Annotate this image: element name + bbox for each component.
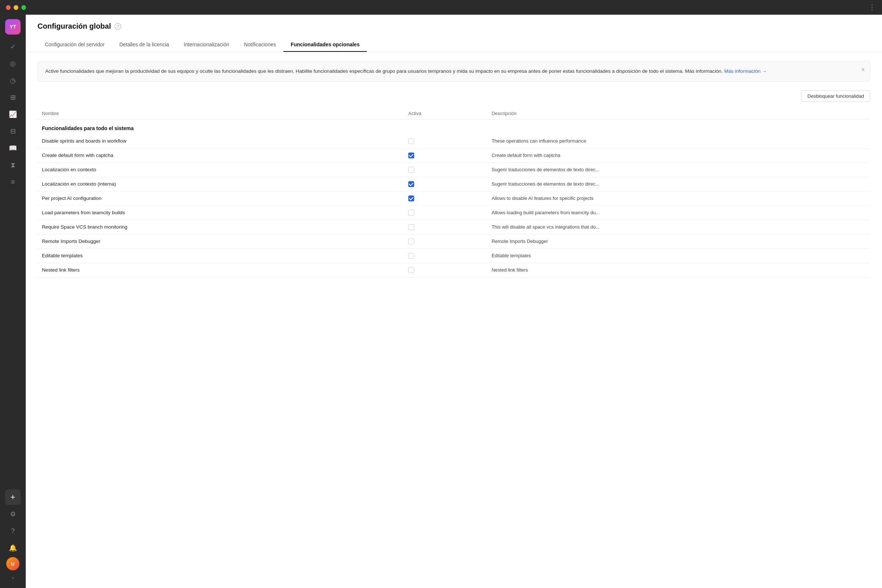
- feature-checkbox[interactable]: [408, 253, 414, 259]
- col-header-description: Descripción: [487, 108, 870, 119]
- sidebar-item-history[interactable]: ◷: [5, 73, 21, 88]
- content-area: Active funcionalidades que mejoran la pr…: [26, 52, 882, 588]
- page-title: Configuración global: [38, 22, 111, 30]
- feature-active-cell: [404, 234, 487, 248]
- feature-description: This will disable all space vcs integrat…: [492, 224, 600, 230]
- sidebar-item-hourglass[interactable]: ⧗: [5, 157, 21, 173]
- checkbox-wrapper: [408, 238, 483, 244]
- banner-link[interactable]: Más información →: [724, 68, 767, 74]
- feature-description: These operations can influence performan…: [492, 138, 586, 144]
- checkbox-wrapper: [408, 253, 483, 259]
- app-logo[interactable]: YT: [5, 19, 21, 34]
- feature-checkbox[interactable]: [408, 224, 414, 230]
- checkbox-wrapper: [408, 153, 483, 158]
- feature-desc-cell: Allows to disable AI features for specif…: [487, 191, 870, 206]
- features-table: Nombre Activa Descripción Funcionalidade…: [38, 108, 870, 278]
- feature-checkbox[interactable]: [408, 153, 414, 158]
- feature-active-cell: [404, 206, 487, 220]
- feature-desc-cell: These operations can influence performan…: [487, 134, 870, 148]
- help-icon[interactable]: ?: [5, 524, 21, 539]
- feature-desc-cell: This will disable all space vcs integrat…: [487, 220, 870, 234]
- feature-name: Per project AI configuration: [42, 195, 101, 201]
- table-row: Localización en contexto (interna) Suger…: [38, 177, 870, 191]
- section-title: Funcionalidades para todo el sistema: [38, 119, 870, 134]
- checkbox-wrapper: [408, 181, 483, 187]
- feature-name-cell: Load parameters from teamcity builds: [38, 206, 404, 220]
- feature-active-cell: [404, 162, 487, 177]
- page-title-row: Configuración global ?: [38, 22, 870, 30]
- tab-server[interactable]: Configuración del servidor: [38, 38, 112, 52]
- feature-checkbox[interactable]: [408, 195, 414, 201]
- toolbar: Desbloquear funcionalidad: [38, 90, 870, 102]
- feature-checkbox[interactable]: [408, 167, 414, 173]
- feature-active-cell: [404, 248, 487, 263]
- tab-license[interactable]: Detalles de la licencia: [112, 38, 176, 52]
- table-row: Load parameters from teamcity builds All…: [38, 206, 870, 220]
- add-button[interactable]: +: [5, 489, 21, 505]
- bell-icon[interactable]: 🔔: [5, 540, 21, 556]
- main-content: Configuración global ? Configuración del…: [26, 15, 882, 588]
- unlock-feature-button[interactable]: Desbloquear funcionalidad: [801, 90, 870, 102]
- tab-i18n[interactable]: Internacionalización: [176, 38, 237, 52]
- feature-name-cell: Nested link filters: [38, 263, 404, 277]
- checkbox-wrapper: [408, 224, 483, 230]
- table-row: Per project AI configuration Allows to d…: [38, 191, 870, 206]
- sidebar-item-layers[interactable]: ≡: [5, 174, 21, 190]
- banner-close-button[interactable]: ×: [861, 66, 865, 73]
- sidebar-item-book[interactable]: 📖: [5, 140, 21, 156]
- feature-name: Editable templates: [42, 253, 82, 258]
- feature-name: Disable sprints and boards in workflow: [42, 138, 126, 144]
- tab-notifications[interactable]: Notificaciones: [237, 38, 284, 52]
- traffic-lights: [6, 5, 26, 10]
- table-row: Localización en contexto Sugerir traducc…: [38, 162, 870, 177]
- sidebar-item-chart[interactable]: 📈: [5, 106, 21, 122]
- settings-icon[interactable]: ⚙: [5, 506, 21, 522]
- feature-name-cell: Editable templates: [38, 248, 404, 263]
- feature-active-cell: [404, 148, 487, 162]
- feature-name: Create default form with captcha: [42, 153, 113, 158]
- minimize-button[interactable]: [14, 5, 18, 10]
- col-header-active: Activa: [404, 108, 487, 119]
- feature-checkbox[interactable]: [408, 138, 414, 144]
- feature-description: Sugerir traducciones de elementos de tex…: [492, 167, 599, 172]
- title-bar-menu-icon[interactable]: ⋮: [869, 3, 876, 11]
- feature-name-cell: Per project AI configuration: [38, 191, 404, 206]
- feature-active-cell: [404, 263, 487, 277]
- feature-name-cell: Create default form with captcha: [38, 148, 404, 162]
- feature-name: Localización en contexto: [42, 167, 96, 172]
- sidebar-item-check[interactable]: ✓: [5, 39, 21, 54]
- feature-description: Nested link filters: [492, 267, 528, 273]
- feature-active-cell: [404, 177, 487, 191]
- section-header-row: Funcionalidades para todo el sistema: [38, 119, 870, 134]
- expand-icon[interactable]: »: [9, 572, 17, 584]
- avatar[interactable]: U: [6, 557, 20, 570]
- feature-checkbox[interactable]: [408, 210, 414, 216]
- sidebar-item-issues[interactable]: ◎: [5, 56, 21, 71]
- feature-active-cell: [404, 191, 487, 206]
- feature-checkbox[interactable]: [408, 238, 414, 244]
- feature-desc-cell: Sugerir traducciones de elementos de tex…: [487, 177, 870, 191]
- feature-active-cell: [404, 220, 487, 234]
- close-button[interactable]: [6, 5, 10, 10]
- sidebar-item-board[interactable]: ⊞: [5, 90, 21, 105]
- feature-name-cell: Require Space VCS branch monitoring: [38, 220, 404, 234]
- title-bar: ⋮: [0, 0, 882, 15]
- page-help-icon[interactable]: ?: [115, 23, 121, 30]
- info-banner: Active funcionalidades que mejoran la pr…: [38, 61, 870, 82]
- checkbox-wrapper: [408, 167, 483, 173]
- feature-desc-cell: Create default form with captcha: [487, 148, 870, 162]
- feature-desc-cell: Nested link filters: [487, 263, 870, 277]
- table-row: Disable sprints and boards in workflow T…: [38, 134, 870, 148]
- checkbox-wrapper: [408, 138, 483, 144]
- feature-name-cell: Localización en contexto: [38, 162, 404, 177]
- tab-features[interactable]: Funcionalidades opcionales: [284, 38, 367, 52]
- feature-name: Remote Imports Debugger: [42, 238, 100, 244]
- feature-description: Editable templates: [492, 253, 531, 258]
- feature-checkbox[interactable]: [408, 181, 414, 187]
- sidebar-bottom: + ⚙ ? 🔔 U »: [5, 489, 21, 584]
- feature-description: Create default form with captcha: [492, 153, 560, 158]
- feature-checkbox[interactable]: [408, 267, 414, 273]
- fullscreen-button[interactable]: [21, 5, 26, 10]
- feature-name: Load parameters from teamcity builds: [42, 210, 125, 215]
- sidebar-item-grid[interactable]: ⊟: [5, 123, 21, 139]
